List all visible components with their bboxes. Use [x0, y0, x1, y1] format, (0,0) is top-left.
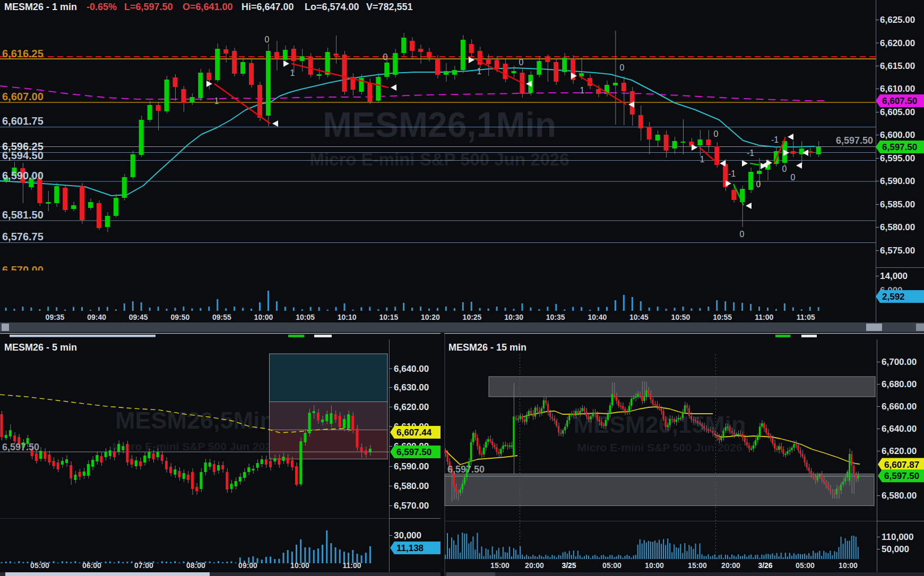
svg-text:6,607.87: 6,607.87 [884, 460, 919, 470]
svg-text:11,138: 11,138 [396, 543, 424, 553]
svg-text:3/26: 3/26 [758, 561, 772, 570]
svg-text:6,597.50: 6,597.50 [447, 464, 485, 475]
svg-text:6,576.75: 6,576.75 [2, 231, 44, 242]
svg-text:11:05: 11:05 [797, 313, 815, 321]
svg-text:6,595.00: 6,595.00 [880, 153, 915, 163]
svg-text:6,597.50: 6,597.50 [882, 142, 917, 152]
svg-text:L=6,597.50: L=6,597.50 [124, 2, 173, 12]
svg-text:6,620.00: 6,620.00 [882, 446, 917, 456]
svg-text:6,590.00: 6,590.00 [394, 461, 429, 472]
svg-text:3/25: 3/25 [562, 561, 576, 570]
svg-text:10:30: 10:30 [504, 313, 523, 321]
svg-text:10:00: 10:00 [254, 313, 273, 321]
svg-text:6,585.00: 6,585.00 [880, 199, 915, 210]
svg-text:6,581.50: 6,581.50 [2, 209, 44, 221]
svg-text:6,594.50: 6,594.50 [2, 150, 44, 161]
svg-text:Micro E-mini S&P 500 Jun 2026: Micro E-mini S&P 500 Jun 2026 [112, 440, 277, 452]
svg-text:0: 0 [620, 63, 625, 72]
svg-text:0: 0 [714, 129, 719, 138]
svg-text:0: 0 [740, 230, 745, 239]
svg-text:20:00: 20:00 [721, 561, 740, 570]
svg-text:0: 0 [265, 35, 270, 44]
svg-text:10:05: 10:05 [296, 313, 315, 321]
svg-text:6,601.75: 6,601.75 [2, 115, 44, 127]
svg-text:11:00: 11:00 [755, 313, 773, 321]
svg-text:6,580.00: 6,580.00 [394, 481, 429, 491]
svg-text:6,660.00: 6,660.00 [882, 402, 917, 412]
svg-text:MESM26 - 5 min: MESM26 - 5 min [4, 342, 77, 353]
svg-text:6,616.25: 6,616.25 [2, 48, 44, 59]
svg-text:2,592: 2,592 [882, 292, 905, 302]
svg-text:6,607.50: 6,607.50 [882, 96, 917, 106]
svg-text:15:00: 15:00 [490, 561, 510, 570]
svg-text:11:00: 11:00 [342, 561, 361, 570]
svg-text:6,580.00: 6,580.00 [882, 491, 917, 501]
svg-text:09:35: 09:35 [46, 313, 65, 321]
svg-text:06:00: 06:00 [82, 561, 101, 570]
svg-text:0: 0 [782, 164, 787, 173]
svg-text:6,625.00: 6,625.00 [880, 15, 915, 25]
svg-text:6,680.00: 6,680.00 [882, 379, 917, 389]
svg-text:6,590.00: 6,590.00 [2, 170, 44, 181]
svg-text:09:00: 09:00 [238, 561, 257, 570]
svg-text:10:55: 10:55 [713, 313, 732, 321]
svg-text:6,597.50: 6,597.50 [884, 471, 919, 481]
svg-text:6,600.00: 6,600.00 [880, 130, 915, 140]
svg-text:0: 0 [519, 58, 524, 67]
svg-text:10:20: 10:20 [421, 313, 440, 321]
svg-text:0: 0 [791, 173, 796, 182]
svg-text:110,000: 110,000 [882, 532, 914, 542]
svg-text:MESM26 - 1 min: MESM26 - 1 min [4, 2, 77, 12]
svg-text:6,640.00: 6,640.00 [394, 364, 429, 374]
svg-text:1: 1 [214, 97, 219, 106]
svg-text:6,607.44: 6,607.44 [396, 427, 432, 438]
svg-text:09:55: 09:55 [212, 313, 231, 321]
svg-text:0: 0 [383, 53, 388, 62]
svg-text:6,630.00: 6,630.00 [394, 382, 429, 392]
svg-text:10:25: 10:25 [463, 313, 482, 321]
svg-text:6,640.00: 6,640.00 [882, 424, 917, 434]
svg-text:6,620.00: 6,620.00 [880, 38, 915, 48]
svg-text:MESM26 - 15 min: MESM26 - 15 min [448, 342, 526, 353]
svg-text:10:45: 10:45 [629, 313, 649, 321]
svg-text:6,575.00: 6,575.00 [880, 246, 915, 256]
svg-text:6,605.00: 6,605.00 [880, 107, 915, 117]
svg-text:09:50: 09:50 [170, 313, 189, 321]
svg-text:08:00: 08:00 [186, 561, 205, 570]
svg-text:30,000: 30,000 [394, 530, 421, 540]
svg-text:10:50: 10:50 [671, 313, 690, 321]
svg-text:6,620.00: 6,620.00 [394, 402, 429, 412]
svg-text:6,597.50: 6,597.50 [2, 442, 39, 452]
svg-text:1: 1 [290, 68, 295, 77]
svg-text:-1: -1 [728, 169, 736, 178]
svg-text:V=782,551: V=782,551 [366, 2, 413, 12]
svg-text:10:15: 10:15 [379, 313, 398, 321]
svg-text:10:40: 10:40 [588, 313, 607, 321]
svg-text:6,615.00: 6,615.00 [880, 61, 915, 71]
svg-text:6,700.00: 6,700.00 [882, 357, 917, 367]
svg-text:6,590.00: 6,590.00 [880, 176, 915, 186]
svg-text:Micro E-mini S&P 500 Jun 2026: Micro E-mini S&P 500 Jun 2026 [577, 441, 742, 453]
svg-text:09:40: 09:40 [87, 313, 106, 321]
svg-text:MESM26,5Min: MESM26,5Min [115, 407, 274, 434]
svg-text:05:00: 05:00 [602, 561, 621, 570]
svg-text:-0.65%: -0.65% [87, 2, 117, 12]
svg-text:1: 1 [477, 67, 482, 76]
svg-text:10:00: 10:00 [645, 561, 664, 570]
svg-text:10:00: 10:00 [839, 561, 858, 570]
svg-text:20:00: 20:00 [525, 561, 544, 570]
svg-text:1: 1 [580, 86, 585, 95]
svg-text:-1: -1 [747, 149, 754, 158]
svg-text:0: 0 [756, 180, 761, 189]
svg-text:6,580.00: 6,580.00 [880, 222, 915, 232]
svg-text:10:10: 10:10 [338, 313, 357, 321]
svg-text:6,610.00: 6,610.00 [880, 84, 915, 94]
svg-text:MESM26,1Min: MESM26,1Min [323, 105, 556, 144]
svg-text:1: 1 [700, 155, 705, 164]
svg-text:Hi=6,647.00: Hi=6,647.00 [241, 2, 294, 12]
svg-text:50,000: 50,000 [882, 544, 909, 554]
svg-text:05:00: 05:00 [30, 561, 49, 570]
svg-text:6,597.50: 6,597.50 [836, 135, 873, 146]
svg-text:O=6,641.00: O=6,641.00 [183, 2, 233, 12]
svg-text:09:45: 09:45 [129, 313, 148, 321]
